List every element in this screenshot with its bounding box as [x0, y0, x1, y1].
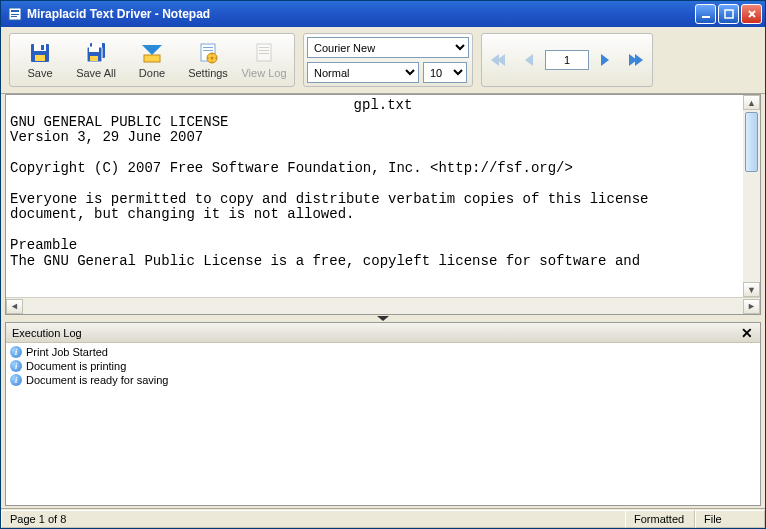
- minimize-button[interactable]: [695, 4, 716, 24]
- status-view-mode[interactable]: Formatted: [625, 510, 695, 528]
- font-size-select[interactable]: 10: [423, 62, 467, 83]
- info-icon: i: [10, 360, 22, 372]
- main-tool-group: Save Save All Done Settings View Log: [9, 33, 295, 87]
- titlebar[interactable]: Miraplacid Text Driver - Notepad: [1, 1, 765, 27]
- font-group: Courier New Normal 10: [303, 33, 473, 87]
- scroll-up-icon[interactable]: ▲: [743, 95, 760, 110]
- status-page: Page 1 of 8: [1, 510, 625, 528]
- svg-rect-16: [90, 56, 98, 61]
- save-icon: [28, 41, 52, 65]
- vertical-scrollbar[interactable]: ▲ ▼: [743, 95, 760, 297]
- log-close-button[interactable]: ✕: [740, 325, 754, 341]
- splitter-handle-icon: [377, 316, 389, 321]
- svg-rect-4: [702, 16, 710, 18]
- svg-rect-20: [203, 47, 213, 48]
- scroll-left-icon[interactable]: ◄: [6, 299, 23, 314]
- save-button[interactable]: Save: [13, 37, 67, 83]
- svg-marker-34: [525, 54, 533, 66]
- svg-rect-9: [34, 44, 46, 51]
- svg-rect-5: [725, 10, 733, 18]
- svg-point-23: [211, 57, 214, 60]
- application-window: Miraplacid Text Driver - Notepad Save Sa…: [0, 0, 766, 529]
- done-label: Done: [139, 67, 165, 79]
- maximize-button[interactable]: [718, 4, 739, 24]
- scroll-down-icon[interactable]: ▼: [743, 282, 760, 297]
- log-entry: iDocument is ready for saving: [10, 373, 756, 387]
- toolbar: Save Save All Done Settings View Log Cou…: [1, 27, 765, 94]
- svg-marker-33: [491, 54, 499, 66]
- svg-rect-21: [203, 50, 213, 51]
- status-source[interactable]: File: [695, 510, 765, 528]
- svg-rect-18: [144, 55, 160, 62]
- done-icon: [140, 41, 164, 65]
- first-page-button: [485, 37, 513, 83]
- view-log-button: View Log: [237, 37, 291, 83]
- svg-rect-29: [259, 47, 269, 48]
- done-button[interactable]: Done: [125, 37, 179, 83]
- page-number-input[interactable]: [545, 50, 589, 70]
- svg-rect-10: [35, 55, 45, 61]
- document-filename: gpl.txt: [6, 95, 760, 113]
- svg-marker-35: [601, 54, 609, 66]
- font-family-select[interactable]: Courier New: [307, 37, 469, 58]
- content-area: gpl.txt GNU GENERAL PUBLIC LICENSE Versi…: [1, 94, 765, 508]
- log-body[interactable]: iPrint Job Started iDocument is printing…: [6, 343, 760, 505]
- svg-rect-1: [11, 10, 19, 12]
- svg-rect-3: [11, 16, 17, 17]
- view-log-icon: [252, 41, 276, 65]
- window-close-button[interactable]: [741, 4, 762, 24]
- save-all-label: Save All: [76, 67, 116, 79]
- scroll-right-icon[interactable]: ►: [743, 299, 760, 314]
- settings-label: Settings: [188, 67, 228, 79]
- svg-rect-15: [89, 47, 99, 52]
- svg-rect-31: [259, 53, 269, 54]
- save-all-icon: [84, 41, 108, 65]
- svg-rect-11: [41, 45, 44, 50]
- last-page-button[interactable]: [621, 37, 649, 83]
- svg-marker-17: [142, 45, 162, 55]
- settings-button[interactable]: Settings: [181, 37, 235, 83]
- prev-page-button: [515, 37, 543, 83]
- window-title: Miraplacid Text Driver - Notepad: [27, 7, 695, 21]
- save-all-button[interactable]: Save All: [69, 37, 123, 83]
- log-header: Execution Log ✕: [6, 323, 760, 343]
- document-area: gpl.txt GNU GENERAL PUBLIC LICENSE Versi…: [5, 94, 761, 315]
- page-nav-group: [481, 33, 653, 87]
- statusbar: Page 1 of 8 Formatted File: [1, 508, 765, 528]
- svg-rect-2: [11, 14, 19, 15]
- settings-icon: [196, 41, 220, 65]
- font-style-select[interactable]: Normal: [307, 62, 419, 83]
- document-body[interactable]: GNU GENERAL PUBLIC LICENSE Version 3, 29…: [6, 113, 760, 297]
- horizontal-scrollbar[interactable]: ◄ ►: [6, 297, 760, 314]
- next-page-button[interactable]: [591, 37, 619, 83]
- info-icon: i: [10, 346, 22, 358]
- splitter[interactable]: [1, 315, 765, 322]
- save-label: Save: [27, 67, 52, 79]
- log-panel: Execution Log ✕ iPrint Job Started iDocu…: [5, 322, 761, 506]
- app-icon: [7, 6, 23, 22]
- svg-marker-37: [635, 54, 643, 66]
- view-log-label: View Log: [241, 67, 286, 79]
- svg-rect-30: [259, 50, 269, 51]
- scroll-thumb[interactable]: [745, 112, 758, 172]
- log-title: Execution Log: [12, 327, 82, 339]
- svg-rect-28: [257, 44, 271, 61]
- log-entry: iDocument is printing: [10, 359, 756, 373]
- log-entry: iPrint Job Started: [10, 345, 756, 359]
- info-icon: i: [10, 374, 22, 386]
